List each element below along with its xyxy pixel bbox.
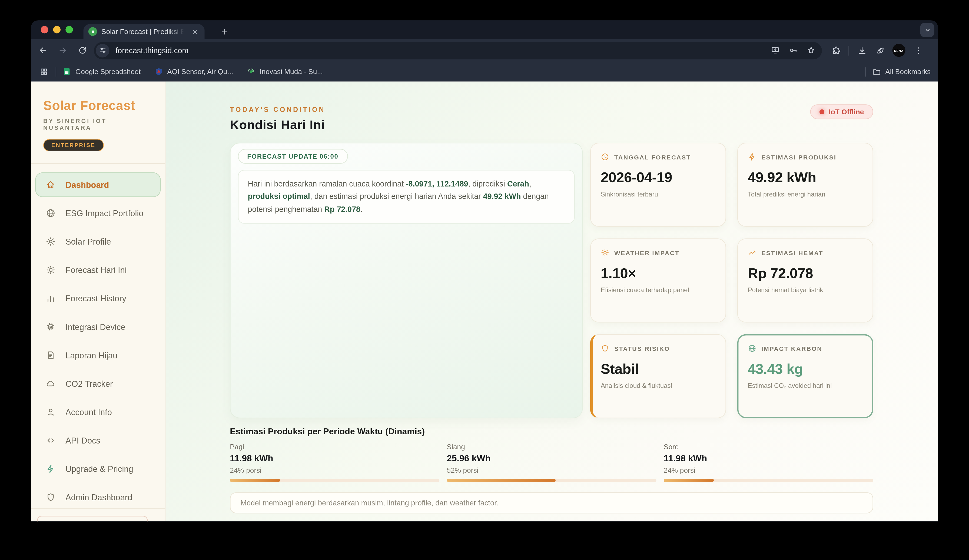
sidebar-bottom-button[interactable] xyxy=(37,516,148,522)
sidebar-nav: Dashboard ESG Impact Portfolio Solar Pro… xyxy=(31,164,165,510)
tab-close-icon[interactable] xyxy=(190,27,200,37)
forward-button[interactable] xyxy=(54,42,70,58)
screen: Solar Forecast | Prediksi Energ xyxy=(0,0,969,560)
downloads-icon[interactable] xyxy=(857,45,867,56)
sidebar-item-account-info[interactable]: Account Info xyxy=(35,400,161,424)
period-progress-track xyxy=(664,479,873,482)
bookmark-label: AQI Sensor, Air Qu... xyxy=(167,68,233,75)
sidebar-item-upgrade-pricing[interactable]: Upgrade & Pricing xyxy=(35,457,161,481)
document-icon xyxy=(45,350,56,361)
forecast-summary-text: Hari ini berdasarkan ramalan cuaca koord… xyxy=(238,170,575,224)
period-value: 11.98 kWh xyxy=(230,454,440,464)
period-label: Sore xyxy=(664,443,873,450)
minimize-window-button[interactable] xyxy=(53,26,61,33)
sidebar-item-co2-tracker[interactable]: CO2 Tracker xyxy=(35,371,161,396)
period-column-sore: Sore 11.98 kWh 24% porsi xyxy=(664,443,873,482)
period-progress-fill xyxy=(447,479,556,482)
stat-card-impact-karbon: IMPACT KARBON 43.43 kg Estimasi CO₂ avoi… xyxy=(737,334,873,419)
period-progress-track xyxy=(447,479,656,482)
forecast-text-segment: . xyxy=(360,205,363,214)
sidebar-item-label: Laporan Hijau xyxy=(65,351,117,360)
period-value: 25.96 kWh xyxy=(447,454,656,464)
stat-card-caption: Potensi hemat biaya listrik xyxy=(748,286,863,293)
forecast-text-segment: , dan estimasi produksi energi harian An… xyxy=(310,192,483,201)
sun-icon xyxy=(45,264,56,275)
close-window-button[interactable] xyxy=(41,26,48,33)
bookmark-label: Inovasi Muda - Su... xyxy=(260,68,323,75)
globe-icon xyxy=(45,208,56,218)
sheets-favicon-icon xyxy=(62,67,71,76)
page-content: Solar Forecast BY SINERGI IOT NUSANTARA … xyxy=(31,81,938,521)
bookmark-item[interactable]: AQI Sensor, Air Qu... xyxy=(154,67,233,76)
stat-card-value: Stabil xyxy=(601,361,716,377)
reload-button[interactable] xyxy=(74,42,90,58)
back-button[interactable] xyxy=(35,42,50,58)
url-text: forecast.thingsid.com xyxy=(115,46,770,55)
zoom-window-button[interactable] xyxy=(65,26,73,33)
all-bookmarks-button[interactable]: All Bookmarks xyxy=(872,67,931,76)
sidebar-item-dashboard[interactable]: Dashboard xyxy=(35,173,161,197)
clock-icon xyxy=(601,153,609,161)
period-label: Pagi xyxy=(230,443,440,450)
sidebar-item-forecast-hari-ini[interactable]: Forecast Hari Ini xyxy=(35,258,161,282)
stat-card-label: WEATHER IMPACT xyxy=(614,249,679,256)
stat-card-caption: Analisis cloud & fluktuasi xyxy=(601,382,716,389)
page-title: Kondisi Hari Ini xyxy=(230,117,325,132)
sidebar-item-label: ESG Impact Portfolio xyxy=(65,208,143,218)
sidebar-item-label: Dashboard xyxy=(65,180,109,189)
home-icon xyxy=(45,179,56,190)
energy-saver-leaf-icon[interactable] xyxy=(874,45,885,56)
stat-card-estimasi-hemat: ESTIMASI HEMAT Rp 72.078 Potensi hemat b… xyxy=(737,238,873,322)
forecast-highlight: Rp 72.078 xyxy=(324,205,360,214)
stat-card-label: STATUS RISIKO xyxy=(614,345,670,352)
sidebar-item-esg-impact-portfolio[interactable]: ESG Impact Portfolio xyxy=(35,201,161,225)
inovasi-favicon-icon xyxy=(247,67,255,76)
sidebar-item-admin-dashboard[interactable]: Admin Dashboard xyxy=(35,485,161,510)
forecast-highlight: 49.92 kWh xyxy=(483,192,521,201)
period-value: 11.98 kWh xyxy=(664,454,873,464)
tab-search-button[interactable] xyxy=(920,23,934,37)
profile-avatar[interactable]: SENA xyxy=(892,44,906,57)
toolbar-actions: SENA xyxy=(831,44,923,57)
install-app-icon[interactable] xyxy=(770,45,780,55)
forecast-highlight: produksi optimal xyxy=(248,192,310,201)
site-info-icon[interactable] xyxy=(96,43,109,57)
period-progress-fill xyxy=(230,479,280,482)
bookmark-star-icon[interactable] xyxy=(806,45,816,55)
stat-card-tanggal-forecast: TANGGAL FORECAST 2026-04-19 Sinkronisasi… xyxy=(590,143,726,227)
bookmark-item[interactable]: Google Spreadsheet xyxy=(62,67,141,76)
menu-dots-icon[interactable] xyxy=(913,45,923,56)
browser-tab[interactable]: Solar Forecast | Prediksi Energ xyxy=(83,24,205,39)
apps-grid-icon[interactable] xyxy=(38,66,50,77)
stat-card-value: Rp 72.078 xyxy=(748,265,863,282)
period-progress-track xyxy=(230,479,440,482)
new-tab-button[interactable] xyxy=(218,25,231,38)
plan-badge: ENTERPRISE xyxy=(43,139,103,151)
stat-card-label: IMPACT KARBON xyxy=(761,345,822,352)
dashboard-grid: FORECAST UPDATE 06:00 Hari ini berdasark… xyxy=(230,143,873,418)
extensions-icon[interactable] xyxy=(831,45,841,56)
stat-card-header: IMPACT KARBON xyxy=(748,344,863,353)
sidebar-item-api-docs[interactable]: API Docs xyxy=(35,428,161,453)
sidebar-item-forecast-history[interactable]: Forecast History xyxy=(35,286,161,311)
period-label: Siang xyxy=(447,443,656,450)
bookmark-item[interactable]: Inovasi Muda - Su... xyxy=(247,67,323,76)
cloud-icon xyxy=(45,378,56,389)
sidebar-item-laporan-hijau[interactable]: Laporan Hijau xyxy=(35,343,161,367)
stat-card-header: ESTIMASI HEMAT xyxy=(748,248,863,257)
sidebar-item-label: CO2 Tracker xyxy=(65,379,113,388)
bookmark-label: Google Spreadsheet xyxy=(75,68,141,75)
address-bar[interactable]: forecast.thingsid.com xyxy=(94,42,822,59)
period-column-pagi: Pagi 11.98 kWh 24% porsi xyxy=(230,443,440,482)
stat-card-label: ESTIMASI HEMAT xyxy=(761,249,823,256)
sidebar-item-integrasi-device[interactable]: Integrasi Device xyxy=(35,314,161,339)
folder-icon xyxy=(872,67,881,76)
aqi-favicon-icon xyxy=(154,67,163,76)
forecast-text-segment: , xyxy=(529,180,531,188)
passwords-key-icon[interactable] xyxy=(788,45,798,55)
code-icon xyxy=(45,435,56,446)
stat-card-value: 1.10× xyxy=(601,265,716,282)
sidebar-item-solar-profile[interactable]: Solar Profile xyxy=(35,229,161,254)
stat-card-header: ESTIMASI PRODUKSI xyxy=(748,153,863,161)
shield-icon xyxy=(45,492,56,503)
